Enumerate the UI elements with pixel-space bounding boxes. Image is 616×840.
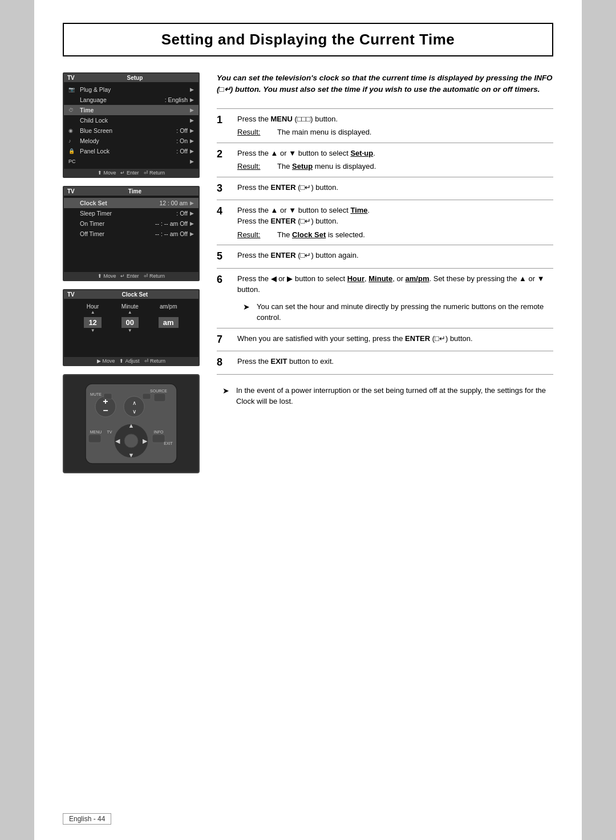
tv-section-2: Time (128, 188, 141, 194)
step-7-content: When you are satisfied with your setting… (237, 333, 553, 344)
tv-section-3: Clock Set (122, 291, 148, 298)
svg-rect-17 (88, 435, 101, 443)
step-5-num: 5 (217, 250, 230, 263)
tv-label-2: TV (67, 188, 75, 194)
tv-row-language: Language : English ▶ (64, 95, 198, 105)
step-3: 3 Press the ENTER (□↵) button. (217, 177, 553, 200)
page-title: Setting and Displaying the Current Time (75, 31, 541, 48)
tv-row-empty1 (64, 239, 198, 249)
svg-text:▶: ▶ (143, 437, 148, 444)
step-6-content: Press the ◀ or ▶ button to select Hour, … (237, 273, 553, 323)
tv-label-1: TV (67, 75, 75, 81)
step-7-num: 7 (217, 333, 230, 346)
step-5-content: Press the ENTER (□↵) button again. (237, 250, 553, 261)
footer-text: English - 44 (63, 813, 111, 825)
step-4-num: 4 (217, 205, 230, 218)
remote-control-image: + − ∧ ∨ MUTE SOURCE ▲ (63, 374, 200, 473)
tv-header-2: TV Time (64, 187, 198, 196)
title-box: Setting and Displaying the Current Time (63, 23, 553, 56)
tv-row-bluescreen: ◉ Blue Screen : Off ▶ (64, 125, 198, 136)
svg-text:▲: ▲ (128, 422, 135, 429)
step-1-result: Result: The main menu is displayed. (237, 127, 553, 138)
right-column: You can set the television's clock so th… (217, 72, 553, 481)
svg-rect-9 (154, 393, 165, 401)
svg-rect-19 (152, 435, 165, 443)
step-2-content: Press the ▲ or ▼ button to select Set·up… (237, 148, 553, 172)
step-3-num: 3 (217, 182, 230, 195)
svg-text:EXIT: EXIT (164, 441, 173, 445)
svg-text:SOURCE: SOURCE (150, 389, 167, 393)
step-4-result: Result: The Clock Set is selected. (237, 229, 553, 241)
tv-footer-2: ⬆ Move ↵ Enter ⏎ Return (64, 272, 198, 280)
tv-row-sleeptimer: Sleep Timer : Off ▶ (64, 208, 198, 218)
clock-col-minute: Minute ▲ 00 ▼ (121, 303, 139, 333)
svg-text:−: − (103, 405, 108, 415)
tv-body-2: Clock Set 12 : 00 am ▶ Sleep Timer : Off… (64, 196, 198, 272)
tv-footer-3: ▶ Move ⬆ Adjust ⏎ Return (64, 357, 198, 365)
intro-text: You can set the television's clock so th… (217, 72, 553, 96)
tv-row-ontimer: On Timer -- : -- am Off ▶ (64, 218, 198, 229)
step-8: 8 Press the EXIT button to exit. (217, 351, 553, 374)
step-1-content: Press the MENU (□□□) button. Result: The… (237, 113, 553, 138)
tv-screen-time: TV Time Clock Set 12 : 00 am ▶ Sleep Tim… (63, 186, 200, 281)
tv-body-1: 📷 Plug & Play ▶ Language : English ▶ ⏱ T… (64, 82, 198, 169)
clock-set-body: Hour ▲ 12 ▼ Minute ▲ 00 ▼ am/pm (64, 299, 198, 357)
step-8-content: Press the EXIT button to exit. (237, 356, 553, 367)
svg-text:▼: ▼ (128, 452, 135, 458)
step-3-content: Press the ENTER (□↵) button. (237, 182, 553, 193)
svg-text:MENU: MENU (90, 430, 102, 434)
remote-svg: + − ∧ ∨ MUTE SOURCE ▲ (74, 381, 188, 466)
bluescreen-icon: ◉ (68, 128, 80, 133)
svg-text:MUTE: MUTE (90, 392, 102, 396)
tv-screen-clockset: TV Clock Set Hour ▲ 12 ▼ Minute (63, 289, 200, 366)
svg-point-11 (124, 434, 138, 448)
page-footer: English - 44 (63, 815, 111, 823)
main-content: TV Setup 📷 Plug & Play ▶ Language : Engl… (63, 72, 553, 481)
note-arrow-icon: ➤ (243, 301, 252, 323)
svg-rect-23 (143, 393, 151, 399)
tv-row-pc: PC ▶ (64, 156, 198, 167)
tv-row-plug-play: 📷 Plug & Play ▶ (64, 84, 198, 95)
plug-play-icon: 📷 (68, 87, 80, 92)
tv-screen-setup: TV Setup 📷 Plug & Play ▶ Language : Engl… (63, 72, 200, 178)
melody-icon: ♪ (68, 138, 80, 144)
step-1-num: 1 (217, 113, 230, 127)
svg-text:INFO: INFO (154, 430, 164, 434)
tv-row-panellock: 🔒 Panel Lock : Off ▶ (64, 146, 198, 156)
tv-section-1: Setup (127, 75, 143, 81)
step-8-num: 8 (217, 356, 230, 369)
tv-header-1: TV Setup (64, 74, 198, 82)
tv-row-offtimer: Off Timer -- : -- am Off ▶ (64, 229, 198, 239)
svg-rect-22 (104, 393, 112, 399)
page-container: Setting and Displaying the Current Time … (34, 0, 582, 840)
tv-row-time: ⏱ Time ▶ (64, 105, 198, 115)
clock-col-ampm: am/pm ▲ am ▼ (159, 303, 179, 333)
tv-row-clockset: Clock Set 12 : 00 am ▶ (64, 198, 198, 208)
step-6-note: ➤ You can set the hour and minute direct… (237, 301, 553, 323)
panellock-icon: 🔒 (68, 148, 80, 154)
step-2-result: Result: The Setup menu is displayed. (237, 161, 553, 172)
tv-label-3: TV (67, 291, 75, 298)
step-6-num: 6 (217, 273, 230, 286)
tv-row-melody: ♪ Melody : On ▶ (64, 136, 198, 146)
tv-row-childlock: Child Lock ▶ (64, 115, 198, 125)
final-note-text: In the event of a power interruption or … (236, 385, 553, 407)
final-note-arrow-icon: ➤ (222, 385, 232, 407)
svg-text:◀: ◀ (115, 437, 120, 444)
step-6: 6 Press the ◀ or ▶ button to select Hour… (217, 268, 553, 328)
time-icon: ⏱ (68, 107, 80, 113)
step-7: 7 When you are satisfied with your setti… (217, 328, 553, 351)
tv-footer-1: ⬆ Move ↵ Enter ⏎ Return (64, 169, 198, 177)
steps-container: 1 Press the MENU (□□□) button. Result: T… (217, 108, 553, 375)
step-1: 1 Press the MENU (□□□) button. Result: T… (217, 108, 553, 143)
clock-col-hour: Hour ▲ 12 ▼ (84, 303, 101, 333)
final-note: ➤ In the event of a power interruption o… (217, 385, 553, 407)
step-4: 4 Press the ▲ or ▼ button to select Time… (217, 200, 553, 245)
svg-text:TV: TV (107, 430, 112, 434)
tv-header-3: TV Clock Set (64, 290, 198, 299)
step-2: 2 Press the ▲ or ▼ button to select Set·… (217, 143, 553, 177)
step-2-num: 2 (217, 148, 230, 161)
svg-text:∨: ∨ (132, 408, 136, 415)
svg-text:∧: ∧ (132, 400, 136, 406)
left-column: TV Setup 📷 Plug & Play ▶ Language : Engl… (63, 72, 200, 481)
